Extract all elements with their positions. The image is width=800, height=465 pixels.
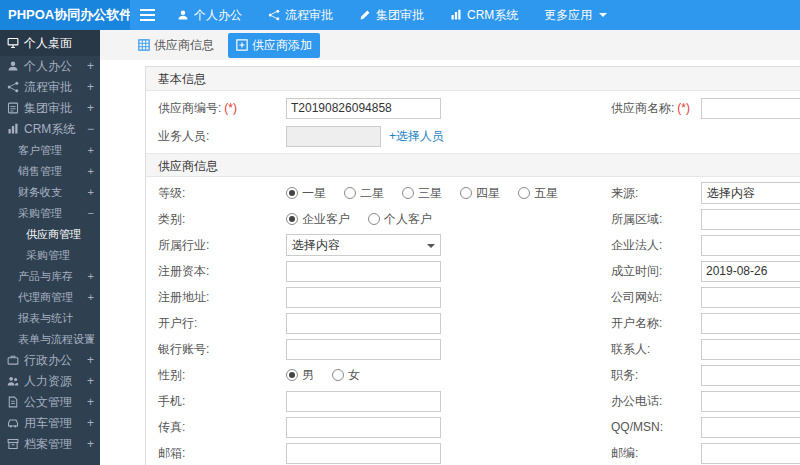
flow-icon [7, 81, 19, 93]
sidebar-item-customer-mgmt[interactable]: 客户管理 + [0, 140, 100, 161]
sidebar-item-process-approval[interactable]: 流程审批 + [0, 77, 100, 98]
sidebar-item-supplier-mgmt[interactable]: 供应商管理 [0, 224, 100, 245]
mobile-input[interactable] [286, 391, 441, 412]
collapse-toggle[interactable]: − [87, 119, 94, 140]
tab-supplier-add[interactable]: 供应商添加 [228, 33, 320, 58]
sidebar-item-purchase-mgmt[interactable]: 采购管理 − [0, 203, 100, 224]
sidebar-item-personal-office[interactable]: 个人办公 + [0, 56, 100, 77]
menu-toggle-icon[interactable] [130, 0, 164, 30]
sidebar-item-hr[interactable]: 人力资源 + [0, 371, 100, 392]
zip-input[interactable] [701, 443, 800, 464]
field-label: 来源: [611, 185, 701, 202]
expand-toggle[interactable]: + [88, 140, 94, 161]
expand-toggle[interactable]: + [87, 56, 94, 77]
choose-person-link[interactable]: +选择人员 [389, 128, 444, 145]
field-label: 职务: [611, 367, 701, 384]
nav-process-approval[interactable]: 流程审批 [255, 0, 346, 30]
reg-address-input[interactable] [286, 287, 441, 308]
sidebar-item-crm-system[interactable]: CRM系统 − [0, 119, 100, 140]
nav-personal-office[interactable]: 个人办公 [164, 0, 255, 30]
form-row: 传真: QQ/MSN: [146, 414, 800, 440]
sidebar-item-desktop[interactable]: 个人桌面 [0, 30, 100, 56]
required-mark: (*) [224, 101, 237, 115]
form-row: 手机: 办公电话: [146, 388, 800, 414]
sidebar-item-admin-office[interactable]: 行政办公 + [0, 350, 100, 371]
category-option-enterprise[interactable]: 企业客户 [286, 211, 350, 228]
sidebar-item-sales-mgmt[interactable]: 销售管理 + [0, 161, 100, 182]
expand-toggle[interactable]: + [88, 329, 94, 350]
expand-toggle[interactable]: + [87, 350, 94, 371]
founded-date-input[interactable] [701, 261, 800, 282]
nav-crm-system[interactable]: CRM系统 [437, 0, 531, 30]
nav-more-apps[interactable]: 更多应用 [531, 0, 620, 30]
sidebar-item-product-inventory[interactable]: 产品与库存 + [0, 266, 100, 287]
sidebar-item-label: 公文管理 [24, 395, 72, 409]
sidebar-item-agent-mgmt[interactable]: 代理商管理 + [0, 287, 100, 308]
expand-toggle[interactable]: + [87, 77, 94, 98]
field-label: 开户名称: [611, 315, 701, 332]
expand-toggle[interactable]: + [87, 98, 94, 119]
expand-toggle[interactable]: + [87, 434, 94, 455]
legal-person-input[interactable] [701, 235, 800, 256]
expand-toggle[interactable]: + [88, 161, 94, 182]
gender-option-male[interactable]: 男 [286, 367, 314, 384]
website-input[interactable] [701, 287, 800, 308]
field-label: 企业法人: [611, 237, 701, 254]
reg-capital-input[interactable] [286, 261, 441, 282]
qq-msn-input[interactable] [701, 417, 800, 438]
tab-supplier-info[interactable]: 供应商信息 [130, 33, 222, 58]
form-row: 开户行: 开户名称: [146, 310, 800, 336]
sidebar-item-reports[interactable]: 报表与统计 [0, 308, 100, 329]
level-radio-group: 一星 二星 三星 四星 五星 [286, 185, 611, 202]
form-row: 注册地址: 公司网站: [146, 284, 800, 310]
fax-input[interactable] [286, 417, 441, 438]
office-phone-input[interactable] [701, 391, 800, 412]
form-row: 业务人员: +选择人员 [146, 122, 800, 150]
level-option-1star[interactable]: 一星 [286, 185, 326, 202]
region-input[interactable] [701, 209, 800, 230]
supplier-name-input[interactable] [701, 98, 800, 119]
form-row: 银行账号: 联系人: [146, 336, 800, 362]
chart-icon [450, 9, 462, 21]
staff-input[interactable] [286, 126, 381, 147]
account-name-input[interactable] [701, 313, 800, 334]
sidebar-item-label: 供应商管理 [26, 228, 81, 240]
level-option-4star[interactable]: 四星 [460, 185, 500, 202]
field-label: 类别: [146, 211, 286, 228]
tab-label: 供应商添加 [252, 37, 312, 54]
source-select[interactable]: 选择内容 [701, 182, 800, 204]
field-label: 手机: [146, 393, 286, 410]
sidebar-item-form-flow-settings[interactable]: 表单与流程设置 + [0, 329, 100, 350]
sidebar-item-archives[interactable]: 档案管理 + [0, 434, 100, 455]
level-option-5star[interactable]: 五星 [518, 185, 558, 202]
bank-account-input[interactable] [286, 339, 441, 360]
main-content: 供应商信息 供应商添加 基本信息 供应商编号: (*) 供应商名称: (*) [100, 30, 800, 465]
sidebar-item-group-approval[interactable]: 集团审批 + [0, 98, 100, 119]
nav-group-approval[interactable]: 集团审批 [346, 0, 437, 30]
bank-input[interactable] [286, 313, 441, 334]
contact-input[interactable] [701, 339, 800, 360]
expand-toggle[interactable]: + [88, 287, 94, 308]
sidebar-item-documents[interactable]: 公文管理 + [0, 392, 100, 413]
gender-option-female[interactable]: 女 [332, 367, 360, 384]
admin-icon [7, 354, 19, 366]
email-input[interactable] [286, 443, 441, 464]
field-label: 银行账号: [146, 341, 286, 358]
supplier-no-input[interactable] [286, 98, 441, 119]
expand-toggle[interactable]: + [87, 392, 94, 413]
nav-label: 个人办公 [194, 7, 242, 24]
expand-toggle[interactable]: + [88, 266, 94, 287]
category-option-personal[interactable]: 个人客户 [368, 211, 432, 228]
expand-toggle[interactable]: + [87, 371, 94, 392]
industry-select[interactable]: 选择内容 [286, 234, 441, 256]
level-option-2star[interactable]: 二星 [344, 185, 384, 202]
job-title-input[interactable] [701, 365, 800, 386]
expand-toggle[interactable]: + [87, 413, 94, 434]
expand-toggle[interactable]: + [88, 182, 94, 203]
collapse-toggle[interactable]: − [88, 203, 94, 224]
level-option-3star[interactable]: 三星 [402, 185, 442, 202]
sidebar-item-purchasing[interactable]: 采购管理 [0, 245, 100, 266]
sidebar-item-vehicle-mgmt[interactable]: 用车管理 + [0, 413, 100, 434]
sidebar-item-finance[interactable]: 财务收支 + [0, 182, 100, 203]
field-label: 办公电话: [611, 393, 701, 410]
